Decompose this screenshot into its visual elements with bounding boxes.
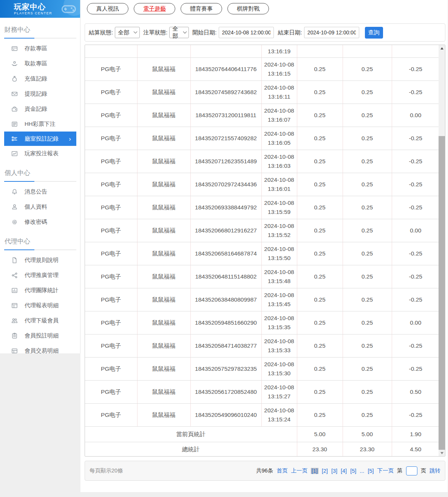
sidebar-item-withdraw[interactable]: 取款專區 <box>0 56 80 71</box>
sidebar-item-team-stats[interactable]: 代理團隊統計 <box>0 283 80 298</box>
sidebar-item-document[interactable]: 代理規則說明 <box>0 252 80 268</box>
page-number-link[interactable]: [4] <box>341 468 347 474</box>
members-icon <box>11 317 18 324</box>
game-cell: 鼠鼠福福 <box>137 311 190 334</box>
sidebar-item-cashout[interactable]: 提現記錄 <box>0 86 80 101</box>
sidebar-item-bet-detail[interactable]: 會員投註明細 <box>0 328 80 343</box>
sidebar-item-label: 充值記錄 <box>25 75 47 82</box>
bet-amount-cell: 0.25 <box>297 311 343 334</box>
recharge-icon <box>11 76 18 82</box>
sidebar-item-transaction[interactable]: 會員交易明細 <box>0 343 80 358</box>
table-row: PG电子 鼠鼠福福 1843520561720852480 2024-10-08… <box>85 380 439 403</box>
scrollbar-thumb[interactable] <box>439 136 445 450</box>
sidebar-item-bet-record[interactable]: 廳室投註記錄 › <box>4 132 76 146</box>
order-status-select[interactable]: 全部 <box>169 27 189 38</box>
bet-id-cell: 1843520594851660290 <box>190 311 261 334</box>
settle-status-select[interactable]: 全部 <box>115 27 140 38</box>
winloss-cell: -0.25 <box>392 334 439 357</box>
settle-status-value: 全部 <box>118 29 129 36</box>
bet-amount-cell: 0.25 <box>297 104 343 127</box>
platform-cell: PG电子 <box>85 242 137 265</box>
jump-button[interactable]: 跳转 <box>429 467 440 474</box>
share-icon <box>11 272 18 279</box>
sidebar-item-report-detail[interactable]: 代理報表明細 <box>0 298 80 313</box>
next-page-link[interactable]: 下一页 <box>377 467 394 474</box>
end-date-input[interactable] <box>304 27 359 38</box>
table-row: PG电子 鼠鼠福福 1843520549096010240 2024-10-08… <box>85 403 439 426</box>
logo-banner: 玩家中心 PLAYERS CENTER <box>0 0 80 18</box>
bet-amount-cell: 0.25 <box>297 219 343 242</box>
settle-status-label: 結算狀態: <box>89 29 113 36</box>
valid-amount-cell: 0.25 <box>343 242 392 265</box>
summary-bet-cell: 5.00 <box>297 426 343 442</box>
order-status-value: 全部 <box>172 25 183 40</box>
sidebar-item-funds[interactable]: 資金記錄 <box>0 101 80 116</box>
sidebar-item-user[interactable]: 個人資料 <box>0 199 80 214</box>
time-cell: 2024-10-0813:16:15 <box>261 57 297 81</box>
page-number-link[interactable]: [5] <box>350 468 356 474</box>
gear-icon <box>11 219 18 225</box>
sidebar-item-deposit[interactable]: 存款專區 <box>0 41 80 56</box>
jump-page-input[interactable] <box>406 466 417 475</box>
game-cell: 鼠鼠福福 <box>137 288 190 311</box>
sidebar-item-share[interactable]: 代理推廣管理 <box>0 268 80 283</box>
sidebar-item-report[interactable]: 玩家投注報表 <box>0 146 80 161</box>
tab-2[interactable]: 電子遊藝 <box>134 3 175 14</box>
section-divider <box>4 249 76 250</box>
sidebar-item-label: 提現記錄 <box>25 90 47 98</box>
platform-cell: PG电子 <box>85 57 137 81</box>
winloss-cell: -0.25 <box>392 81 439 104</box>
page-number-link[interactable]: [2] <box>322 468 328 474</box>
sidebar-item-label: 代理規則說明 <box>25 257 59 264</box>
time-cell: 2024-10-0813:15:24 <box>261 403 297 426</box>
bet-amount-cell: 0.25 <box>297 265 343 288</box>
total-count: 共96条 <box>256 467 273 474</box>
scroll-up-button[interactable] <box>439 45 445 51</box>
ellipsis[interactable]: ... <box>360 468 364 474</box>
platform-cell: PG电子 <box>85 288 137 311</box>
bet-amount-cell: 0.25 <box>297 173 343 196</box>
funds-icon <box>11 106 18 112</box>
sidebar-item-members[interactable]: 代理下級會員 <box>0 313 80 328</box>
valid-amount-cell: 0.25 <box>343 173 392 196</box>
bet-id-cell: 1843520648115148802 <box>190 265 261 288</box>
sidebar-item-label: 個人資料 <box>25 203 47 211</box>
game-cell: 鼠鼠福福 <box>137 173 190 196</box>
sidebar-section-title: 個人中心 <box>0 166 80 181</box>
winloss-cell: -0.25 <box>392 288 439 311</box>
sidebar-section: 個人中心 消息公告 個人資料 修改密碼 <box>0 166 80 229</box>
bell-icon <box>11 189 18 195</box>
page-links: [1][2][3][4][5]...[5] <box>311 468 374 474</box>
search-button[interactable]: 查詢 <box>365 27 383 39</box>
page-number-link[interactable]: [3] <box>331 468 337 474</box>
start-date-input[interactable] <box>219 27 274 38</box>
bet-amount-cell: 0.25 <box>297 81 343 104</box>
bet-detail-icon <box>11 333 18 339</box>
winloss-cell: -0.25 <box>392 196 439 219</box>
sidebar-item-label: 消息公告 <box>25 188 47 195</box>
scroll-down-button[interactable] <box>439 450 445 456</box>
first-page-link[interactable]: 首页 <box>277 467 287 474</box>
valid-amount-cell: 0.25 <box>343 265 392 288</box>
sidebar-item-recharge[interactable]: 充值記錄 <box>0 71 80 86</box>
sidebar-item-gear[interactable]: 修改密碼 <box>0 214 80 229</box>
winloss-cell: 0.00 <box>392 219 439 242</box>
start-date-label: 開始日期: <box>192 29 216 36</box>
platform-cell: PG电子 <box>85 380 137 403</box>
scrollbar[interactable] <box>439 45 445 456</box>
tab-3[interactable]: 體育賽事 <box>181 3 222 14</box>
prev-page-link[interactable]: 上一页 <box>291 467 307 474</box>
sidebar-item-label: HH彩票下注 <box>25 121 56 128</box>
sidebar-item-lottery[interactable]: HH彩票下注 <box>0 116 80 132</box>
valid-amount-cell: 0.25 <box>343 127 392 150</box>
filter-bar: 結算狀態: 全部 注單狀態: 全部 開始日期: 結束日期: 查詢 <box>85 23 445 42</box>
bet-amount-cell: 0.25 <box>297 334 343 357</box>
tab-4[interactable]: 棋牌對戰 <box>227 3 269 14</box>
tab-1[interactable]: 真人視訊 <box>87 3 128 14</box>
page-number-link[interactable]: [5] <box>368 468 374 474</box>
time-cell: 2024-10-0813:15:50 <box>261 242 297 265</box>
page-number-link[interactable]: [1] <box>311 468 318 474</box>
sidebar-item-bell[interactable]: 消息公告 <box>0 184 80 199</box>
valid-amount-cell: 0.25 <box>343 196 392 219</box>
bet-amount-cell: 0.25 <box>297 127 343 150</box>
